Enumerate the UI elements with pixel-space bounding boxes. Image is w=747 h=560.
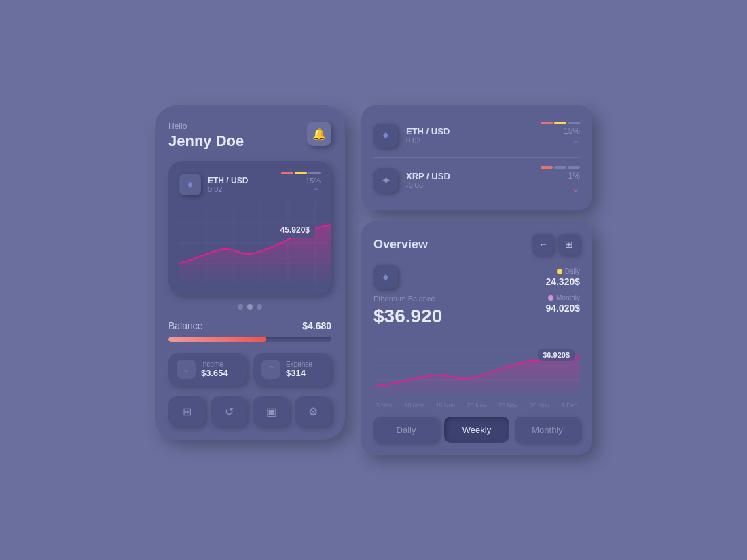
balance-label: Balance (168, 320, 203, 331)
nav-settings-button[interactable]: ⚙ (295, 396, 331, 426)
coin-pct: 15% (281, 176, 321, 185)
bar-yellow (295, 172, 307, 174)
balance-row: Balance $4.680 (168, 320, 331, 331)
dot-2[interactable] (247, 304, 253, 310)
right-column: ♦ ETH / USD 0.02 15% ⌃ ✦ (361, 105, 592, 455)
daily-stat: Daily 24.320$ (545, 267, 580, 287)
chart-value-label: 45.920$ (275, 223, 315, 238)
income-amount: $3.654 (201, 368, 228, 378)
xrp-mini-bars (541, 166, 580, 169)
back-button[interactable]: ← (532, 234, 554, 255)
coin-info: ETH / USD 0.02 (208, 176, 281, 193)
weekly-button[interactable]: Weekly (444, 417, 509, 443)
overview-header: Overview ← ⊞ (374, 234, 580, 255)
overview-eth-icon: ♦ (374, 265, 398, 289)
daily-button[interactable]: Daily (374, 417, 439, 443)
expense-label: Expense (286, 360, 312, 368)
expense-card[interactable]: ⌃ Expense $314 (253, 353, 331, 386)
income-info: Income $3.654 (201, 360, 228, 378)
pair-xrp-icon: ✦ (374, 168, 398, 193)
pair-eth-name: ETH / USD (406, 126, 541, 136)
bar-dim (308, 172, 321, 174)
hello-text: Hello (168, 122, 244, 131)
pair-xrp-pct: -1% (541, 171, 580, 181)
coin-value: 0.02 (208, 185, 281, 193)
pair-xrp-info: XRP / USD -0.06 (406, 171, 541, 189)
pair-eth-pct: 15% (541, 126, 580, 136)
arrow-up-icon: ⌃ (281, 186, 321, 197)
monthly-dot (548, 295, 553, 301)
expense-amount: $314 (286, 368, 312, 378)
chart-svg (179, 202, 331, 284)
balance-progress-bg (168, 337, 331, 342)
bell-icon: 🔔 (312, 128, 326, 141)
pair-xrp-price: -0.06 (406, 181, 541, 189)
eth-mini-bars (541, 122, 580, 124)
ethereum-balance-amount: $36.920 (374, 305, 537, 327)
nav-refresh-button[interactable]: ↺ (211, 396, 247, 426)
xrp-bar-2 (554, 166, 566, 169)
monthly-stat: Monthly 94.020$ (545, 294, 580, 314)
pair-eth-info: ETH / USD 0.02 (406, 126, 541, 145)
daily-dot (557, 269, 562, 274)
grid-button[interactable]: ⊞ (558, 234, 580, 255)
x-label-4: 20 Nov (467, 402, 487, 409)
monthly-button[interactable]: Monthly (515, 417, 580, 443)
overview-right: Daily 24.320$ Monthly 94.020$ (545, 265, 580, 327)
pair-xrp: ✦ XRP / USD -0.06 -1% ⌄ (374, 161, 580, 200)
eth-bar-1 (541, 122, 553, 124)
nav-grid-button[interactable]: ⊞ (168, 396, 205, 426)
expense-info: Expense $314 (286, 360, 312, 378)
balance-progress-fill (168, 337, 266, 342)
eth-bar-2 (554, 122, 566, 124)
pair-eth: ♦ ETH / USD 0.02 15% ⌃ (374, 116, 580, 155)
mini-bars (281, 172, 321, 174)
monthly-amount: 94.020$ (545, 303, 580, 314)
overview-chart: 36.920$ (374, 335, 580, 396)
income-label: Income (201, 360, 228, 368)
user-info: Hello Jenny Doe (168, 122, 244, 150)
income-icon: ⌄ (177, 360, 196, 379)
bell-button[interactable]: 🔔 (307, 122, 331, 146)
chart-area: 45.920$ (179, 202, 321, 284)
eth-chart-card: ♦ ETH / USD 0.02 15% ⌃ (168, 161, 331, 295)
coin-name: ETH / USD (208, 176, 281, 185)
pairs-card: ♦ ETH / USD 0.02 15% ⌃ ✦ (361, 105, 592, 210)
x-label-2: 10 Nov (404, 402, 424, 409)
pair-eth-price: 0.02 (406, 136, 541, 145)
pair-xrp-stats: -1% ⌄ (541, 166, 580, 194)
overview-left: ♦ Ethereum Balance $36.920 (374, 265, 537, 327)
x-label-3: 15 Nov (435, 402, 455, 409)
phone-card: Hello Jenny Doe 🔔 ♦ ETH / USD 0.02 (155, 105, 345, 440)
bottom-nav: ⊞ ↺ ▣ ⚙ (168, 396, 331, 426)
ethereum-balance-label: Ethereum Balance (374, 295, 537, 303)
xrp-bar-1 (541, 166, 553, 169)
x-label-7: 1 Dec (561, 402, 577, 409)
pair-eth-stats: 15% ⌃ (541, 122, 580, 149)
bar-red (281, 172, 293, 174)
balance-amount: $4.680 (302, 320, 331, 331)
income-card[interactable]: ⌄ Income $3.654 (168, 353, 247, 386)
x-axis: 5 Nov 10 Nov 15 Nov 20 Nov 25 Nov 30 Nov… (374, 402, 580, 409)
coin-stats: 15% ⌃ (281, 172, 321, 197)
carousel-dots (168, 304, 331, 310)
pair-xrp-name: XRP / USD (406, 171, 541, 181)
x-label-6: 30 Nov (530, 402, 549, 409)
income-expense-row: ⌄ Income $3.654 ⌃ Expense $314 (168, 353, 331, 386)
pair-divider (374, 157, 580, 158)
nav-wallet-button[interactable]: ▣ (253, 396, 289, 426)
dot-1[interactable] (238, 304, 243, 310)
dot-3[interactable] (257, 304, 262, 310)
daily-amount: 24.320$ (545, 276, 580, 287)
overview-title: Overview (374, 238, 428, 252)
overview-chart-label: 36.920$ (538, 349, 575, 361)
overview-card: Overview ← ⊞ ♦ Ethereum Balance $36.920 (361, 221, 592, 455)
xrp-bar-3 (568, 166, 580, 169)
monthly-label-row: Monthly (545, 294, 580, 301)
overview-svg (374, 335, 580, 396)
eth-bar-3 (568, 122, 580, 124)
pair-eth-icon: ♦ (374, 124, 398, 148)
x-label-5: 25 Nov (498, 402, 518, 409)
x-label-1: 5 Nov (376, 402, 393, 409)
eth-arrow-up-icon: ⌃ (541, 138, 580, 149)
